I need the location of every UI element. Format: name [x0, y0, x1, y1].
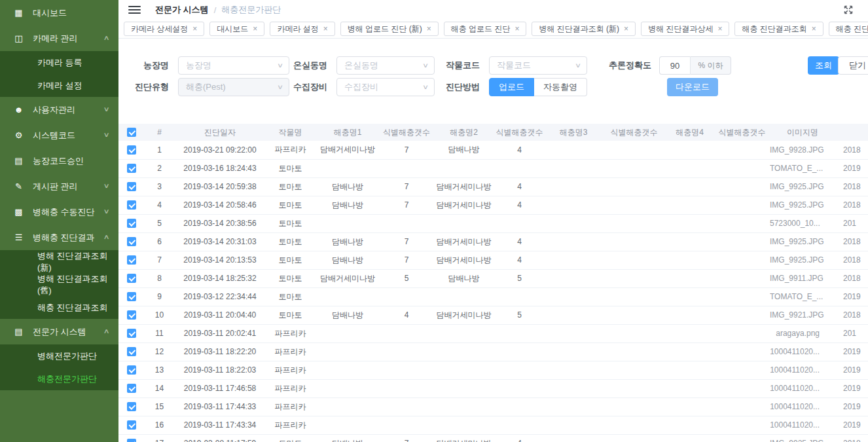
close-icon[interactable]: ×: [515, 25, 519, 33]
upload-method-button[interactable]: 업로드: [489, 78, 534, 96]
close-icon[interactable]: ×: [323, 25, 328, 33]
table-row[interactable]: 11 2019-03-11 20:02:41 파프리카 aragaya.pn: [118, 324, 868, 342]
collection-device-select[interactable]: 수집장비 ∨: [336, 78, 435, 96]
row-checkbox[interactable]: [127, 237, 136, 246]
table-row[interactable]: 1 2019-03-21 09:22:00 파프리카 담배거세미나방 7 담배나…: [118, 141, 868, 159]
pest-count-4: [714, 232, 770, 251]
table-row[interactable]: 14 2019-03-11 17:46:58 파프리카 1000411020: [118, 379, 868, 397]
chevron-icon: ∧: [103, 327, 109, 335]
table-row[interactable]: 4 2019-03-14 20:58:46 토마토 담배나방 7 담배거세미나방…: [118, 196, 868, 214]
sidebar-item-farm-code-approval[interactable]: ▤ 농장코드승인: [0, 148, 118, 174]
inference-accuracy-input[interactable]: [659, 56, 691, 75]
row-checkbox[interactable]: [127, 310, 136, 320]
greenhouse-name-select[interactable]: 온실동명 ∨: [336, 56, 435, 75]
sidebar-item-disease-results-new[interactable]: 병해 진단결과조회 (新): [0, 250, 118, 273]
tab-pest-result-detail[interactable]: 해충 진단결과상세 ×: [829, 22, 868, 36]
row-checkbox[interactable]: [127, 365, 136, 375]
table-row[interactable]: 6 2019-03-14 20:31:03 토마토 담배나방 7 담배거세미나방…: [118, 232, 868, 251]
close-button[interactable]: 닫기: [838, 56, 868, 75]
row-checkbox[interactable]: [127, 384, 136, 393]
row-checkbox[interactable]: [127, 182, 136, 191]
sidebar-item-dashboard[interactable]: ▦ 대시보드: [0, 0, 118, 26]
row-checkbox[interactable]: [127, 420, 136, 430]
row-checkbox[interactable]: [127, 274, 136, 283]
sidebar-item-camera-management[interactable]: ◫ 카메라 관리 ∧: [0, 26, 118, 51]
farm-name-select[interactable]: 농장명 ∨: [178, 56, 289, 75]
pest-count-2: 5: [495, 269, 544, 287]
crop-name: 토마토: [266, 177, 315, 196]
sidebar-item-user-management[interactable]: ☻ 사용자관리 ∨: [0, 97, 118, 122]
image-name: TOMATO_E_...: [770, 287, 835, 306]
close-icon[interactable]: ×: [253, 25, 257, 33]
tab-pest-results[interactable]: 해충 진단결과조회 ×: [734, 22, 823, 36]
sidebar-item-pest-results[interactable]: 해충 진단결과조회: [0, 296, 118, 319]
search-button[interactable]: 조회: [808, 56, 839, 75]
sidebar-item-disease-expert-judgment[interactable]: 병해전문가판단: [0, 344, 118, 367]
table-row[interactable]: 7 2019-03-14 20:13:53 토마토 담배나방 7 담배거세미나방…: [118, 251, 868, 269]
pest-name-4: [665, 177, 714, 196]
sidebar-item-diagnosis-results[interactable]: ☰ 병해충 진단결과 ∧: [0, 225, 118, 250]
pest-name-3: [544, 159, 603, 177]
auto-capture-method-button[interactable]: 자동촬영: [534, 78, 587, 96]
download-button[interactable]: 다운로드: [667, 78, 718, 96]
row-checkbox[interactable]: [127, 292, 136, 301]
sidebar-item-pest-expert-judgment[interactable]: 해충전문가판단: [0, 367, 118, 390]
diagnosis-type-select[interactable]: 해충(Pest) ∨: [178, 78, 289, 96]
pest-count-1: 5: [380, 269, 433, 287]
close-icon[interactable]: ×: [192, 25, 197, 33]
table-row[interactable]: 5 2019-03-14 20:38:56 토마토 5723000_10..: [118, 214, 868, 232]
table-row[interactable]: 10 2019-03-11 20:04:40 토마토 담배나방 4 담배거세미나…: [118, 306, 868, 324]
reg-date: 201: [835, 214, 868, 232]
pest-name-4: [665, 379, 714, 397]
tab-camera-settings[interactable]: 카메라 설정 ×: [270, 22, 335, 36]
fullscreen-icon[interactable]: [843, 5, 854, 15]
farm-name-label: 농장명: [130, 60, 169, 71]
sidebar-item-camera-register[interactable]: 카메라 등록: [0, 51, 118, 74]
tab-disease-result-detail[interactable]: 병해 진단결과상세 ×: [641, 22, 729, 36]
row-checkbox[interactable]: [127, 219, 136, 228]
close-icon[interactable]: ×: [812, 25, 816, 33]
table-row[interactable]: 2 2019-03-16 18:24:43 토마토 TOMATO_E_...: [118, 159, 868, 177]
close-icon[interactable]: ×: [717, 25, 722, 33]
row-checkbox[interactable]: [127, 200, 136, 210]
close-icon[interactable]: ×: [624, 25, 628, 33]
pest-count-3: [603, 434, 665, 442]
row-checkbox[interactable]: [127, 145, 136, 155]
row-checkbox[interactable]: [127, 164, 136, 173]
pest-count-4: [714, 269, 770, 287]
tab-camera-detail-settings[interactable]: 카메라 상세설정 ×: [124, 22, 204, 36]
pest-count-4: [714, 287, 770, 306]
tabbar: 카메라 상세설정 × 대시보드 × 카메라 설정 × 병해 업로: [118, 20, 868, 39]
tab-disease-results-new[interactable]: 병해 진단결과조회 (新) ×: [532, 22, 636, 36]
sidebar-item-board-management[interactable]: ✎ 게시판 관리 ∨: [0, 174, 118, 199]
menu-toggle-icon[interactable]: [128, 6, 141, 14]
row-checkbox[interactable]: [127, 439, 136, 442]
tab-pest-upload-diagnosis[interactable]: 해충 업로드 진단 ×: [444, 22, 527, 36]
row-checkbox[interactable]: [127, 347, 136, 356]
table-row[interactable]: 9 2019-03-12 22:34:44 토마토 TOMATO_E_...: [118, 287, 868, 306]
table-row[interactable]: 15 2019-03-11 17:44:33 파프리카 1000411020: [118, 397, 868, 416]
close-icon[interactable]: ×: [427, 25, 431, 33]
sidebar-item-camera-settings[interactable]: 카메라 설정: [0, 74, 118, 97]
row-checkbox[interactable]: [127, 329, 136, 338]
sidebar-item-system-code[interactable]: ⚙ 시스템코드 ∨: [0, 122, 118, 148]
row-checkbox[interactable]: [127, 255, 136, 265]
table-row[interactable]: 12 2019-03-11 18:22:20 파프리카 1000411020: [118, 342, 868, 361]
sidebar-item-disease-results-old[interactable]: 병해 진단결과조회 (舊): [0, 273, 118, 296]
tab-dashboard[interactable]: 대시보드 ×: [209, 22, 264, 36]
tab-disease-upload-diagnosis-new[interactable]: 병해 업로드 진단 (新) ×: [340, 22, 439, 36]
row-index: 6: [145, 232, 174, 251]
table-row[interactable]: 16 2019-03-11 17:43:34 파프리카 1000411020: [118, 416, 868, 434]
table-row[interactable]: 8 2019-03-14 18:25:32 토마토 담배거세미나방 5 담배나방…: [118, 269, 868, 287]
crop-code-select[interactable]: 작물코드 ∨: [489, 56, 587, 75]
table-row[interactable]: 13 2019-03-11 18:22:03 파프리카 1000411020: [118, 361, 868, 379]
sidebar-item-manual-diagnosis[interactable]: ▩ 병해충 수동진단 ∨: [0, 199, 118, 225]
row-checkbox[interactable]: [127, 402, 136, 411]
tab-label: 카메라 상세설정: [131, 24, 188, 35]
pest-count-2: 4: [495, 232, 544, 251]
table-row[interactable]: 17 2019-03-08 11:17:59 토마토 담배나방 7 담배거세미나…: [118, 434, 868, 442]
select-all-checkbox[interactable]: [127, 128, 136, 137]
sidebar-item-expert-system[interactable]: ▤ 전문가 시스템 ∧: [0, 319, 118, 344]
table-row[interactable]: 3 2019-03-14 20:59:38 토마토 담배나방 7 담배거세미나방…: [118, 177, 868, 196]
crop-name: 토마토: [266, 159, 315, 177]
